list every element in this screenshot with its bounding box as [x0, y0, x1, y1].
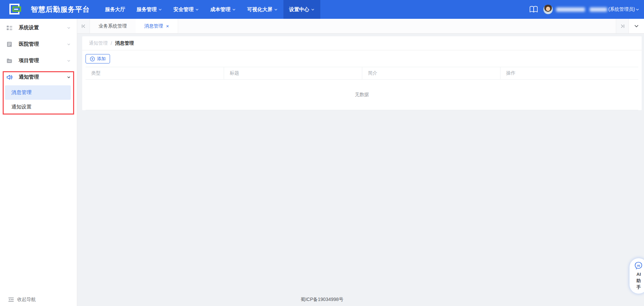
appstore-icon: [6, 25, 12, 31]
logo-bar: [14, 9, 18, 10]
tab-spacer: [178, 19, 616, 33]
open-book-icon[interactable]: [529, 6, 538, 13]
redacted-username: [556, 7, 585, 12]
nav-item-label: 安全管理: [173, 6, 194, 13]
sidebar-subitem-label: 通知设置: [11, 104, 32, 110]
user-menu[interactable]: (系统管理员): [556, 6, 639, 12]
table-header-row: 类型 标题 简介 操作: [86, 67, 638, 80]
document-icon: [6, 41, 12, 47]
redacted-username: [590, 7, 607, 12]
svg-text:AI: AI: [637, 264, 640, 267]
breadcrumb-current: 消息管理: [115, 40, 134, 46]
ai-head-icon: AI: [634, 261, 643, 270]
app-root: 智慧后勤服务平台 服务大厅 服务管理 安全管理 成本管理 可视化大屏: [0, 0, 644, 306]
ai-assistant-button[interactable]: AI AI 助 手: [629, 258, 644, 294]
nav-item-service-mgmt[interactable]: 服务管理: [131, 0, 168, 19]
column-header-actions: 操作: [500, 67, 638, 79]
app-logo-icon: [9, 3, 22, 15]
folder-icon: [6, 58, 12, 64]
tab-message-mgmt[interactable]: 消息管理 ×: [136, 19, 178, 33]
message-mgmt-panel: 通知管理 / 消息管理 添加: [82, 36, 642, 110]
sidebar-subitem-label: 消息管理: [11, 89, 32, 96]
sidebar-item-label: 通知管理: [19, 74, 67, 80]
sidebar-item-notice-mgmt[interactable]: 通知管理: [0, 69, 77, 85]
sidebar-item-label: 项目管理: [19, 57, 67, 64]
sidebar-item-label: 系统设置: [19, 25, 67, 31]
chevron-down-icon: [67, 26, 71, 30]
nav-item-label: 服务大厅: [105, 6, 125, 13]
navbar-right: (系统管理员): [529, 5, 639, 14]
main-layout: 系统设置 医院管理 项目管理: [0, 19, 644, 306]
chevron-down-icon: [274, 8, 278, 11]
sidebar-item-label: 医院管理: [19, 41, 67, 47]
tab-label: 业务系统管理: [99, 23, 127, 29]
messages-table: 类型 标题 简介 操作 无数据: [86, 67, 638, 110]
nav-item-label: 服务管理: [137, 6, 157, 13]
icp-footer: 蜀ICP备19034998号: [301, 297, 343, 303]
app-title: 智慧后勤服务平台: [31, 5, 90, 14]
nav-item-label: 可视化大屏: [247, 6, 272, 13]
sidebar-item-project-mgmt[interactable]: 项目管理: [0, 52, 77, 69]
chevron-down-icon: [67, 42, 71, 46]
tab-bar: 业务系统管理 消息管理 ×: [77, 19, 644, 34]
toolbar: 添加: [82, 50, 642, 67]
ai-widget-label: 助: [637, 277, 641, 284]
nav-item-label: 成本管理: [210, 6, 230, 13]
nav-item-service-hall[interactable]: 服务大厅: [99, 0, 131, 19]
nav-item-label: 设置中心: [289, 6, 309, 13]
user-role-label: (系统管理员): [608, 6, 635, 12]
column-header-title: 标题: [224, 67, 362, 79]
column-header-summary: 简介: [362, 67, 500, 79]
tabs-menu-button[interactable]: [629, 19, 644, 33]
collapse-nav-label: 收起导航: [17, 297, 36, 303]
chevron-down-icon: [636, 8, 639, 11]
breadcrumb-separator: /: [111, 41, 112, 46]
breadcrumb: 通知管理 / 消息管理: [82, 36, 642, 50]
scroll-right-icon: [620, 24, 625, 28]
sidebar-subitem-notice-settings[interactable]: 通知设置: [5, 100, 71, 114]
tabs-menu-chevron-icon: [634, 24, 639, 29]
chevron-down-icon: [311, 8, 315, 11]
column-header-type: 类型: [86, 67, 224, 79]
sidebar: 系统设置 医院管理 项目管理: [0, 19, 77, 306]
table-empty-state: 无数据: [86, 80, 638, 110]
nav-item-settings-center[interactable]: 设置中心: [283, 0, 320, 19]
collapse-nav-button[interactable]: 收起导航: [0, 297, 77, 303]
content-area: 通知管理 / 消息管理 添加: [77, 34, 644, 306]
user-avatar[interactable]: [543, 5, 553, 14]
speaker-icon: [6, 74, 12, 80]
top-navbar: 智慧后勤服务平台 服务大厅 服务管理 安全管理 成本管理 可视化大屏: [0, 0, 644, 19]
add-button[interactable]: 添加: [86, 54, 110, 63]
sidebar-subitem-message-mgmt[interactable]: 消息管理: [5, 85, 71, 100]
ai-widget-label: 手: [637, 284, 641, 290]
plus-circle-icon: [90, 56, 95, 61]
menu-fold-icon: [8, 297, 14, 302]
chevron-down-icon: [67, 59, 71, 63]
add-button-label: 添加: [97, 56, 106, 62]
nav-item-cost-mgmt[interactable]: 成本管理: [205, 0, 241, 19]
tab-business-system-mgmt[interactable]: 业务系统管理: [90, 19, 136, 33]
chevron-down-icon: [195, 8, 199, 11]
sidebar-item-hospital-mgmt[interactable]: 医院管理: [0, 36, 77, 52]
tab-scroll-left-button[interactable]: [77, 19, 90, 33]
chevron-down-icon: [67, 75, 71, 79]
close-icon[interactable]: ×: [166, 24, 169, 29]
main-area: 业务系统管理 消息管理 ×: [77, 19, 644, 306]
sidebar-item-system-settings[interactable]: 系统设置: [0, 19, 77, 36]
chevron-down-icon: [232, 8, 236, 11]
tab-label: 消息管理: [144, 23, 163, 29]
ai-widget-label: AI: [637, 271, 641, 277]
chevron-down-icon: [158, 8, 162, 11]
scroll-left-icon: [81, 24, 86, 28]
breadcrumb-parent[interactable]: 通知管理: [89, 40, 108, 46]
tab-scroll-right-button[interactable]: [616, 19, 629, 33]
nav-item-visual-screen[interactable]: 可视化大屏: [241, 0, 283, 19]
primary-nav: 服务大厅 服务管理 安全管理 成本管理 可视化大屏 设置中心: [99, 0, 320, 19]
nav-item-security-mgmt[interactable]: 安全管理: [168, 0, 205, 19]
